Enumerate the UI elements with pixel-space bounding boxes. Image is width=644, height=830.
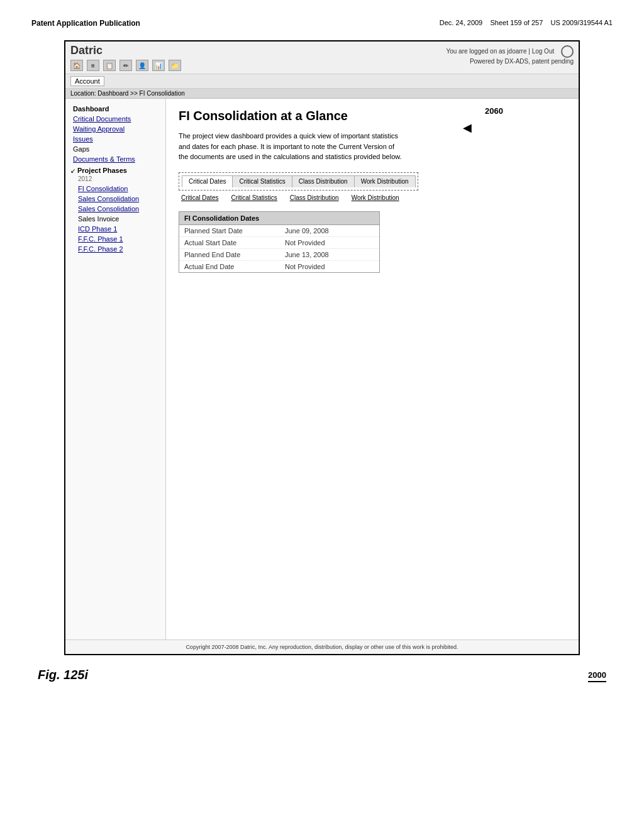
tab-critical-statistics[interactable]: Critical Statistics [232,175,292,187]
content-title: FI Consolidation at a Glance [179,109,566,123]
sidebar-gaps: Gaps [65,144,165,154]
circle-icon [561,45,574,58]
powered-by-text: Powered by DX-ADS, patent pending [446,58,574,65]
label-2060: 2060 [485,106,503,116]
ui-box: Datric 🏠 ≡ 📋 ✏ 👤 📊 📁 You are logged on a… [64,40,580,655]
patent-sheet: Sheet 159 of 257 [490,19,543,26]
patent-date: Dec. 24, 2009 [440,19,483,26]
sidebar-ffc-phase2[interactable]: F.F.C. Phase 2 [65,244,165,254]
ui-topbar: Datric 🏠 ≡ 📋 ✏ 👤 📊 📁 You are logged on a… [65,42,579,74]
dates-label-2: Planned End Date [184,251,285,258]
main-content: Datric 🏠 ≡ 📋 ✏ 👤 📊 📁 You are logged on a… [13,40,631,655]
annotation-critical-stats: Critical Statistics [231,194,277,201]
ui-footer: Copyright 2007-2008 Datric, Inc. Any rep… [65,639,579,654]
sidebar-fi-consolidation[interactable]: FI Consolidation [65,184,165,194]
nav-icon-edit[interactable]: ✏ [119,60,132,71]
tabs-dashed-box: Critical Dates Critical Statistics Class… [179,172,418,191]
sidebar-waiting-approval[interactable]: Waiting Approval [65,124,165,134]
sidebar-sales-invoice: Sales Invoice [65,214,165,224]
sidebar-sales-consolidation-2[interactable]: Sales Consolidation [65,204,165,214]
brand-label: Datric [70,44,181,57]
topbar-right: You are logged on as jdoarre | Log Out P… [446,44,574,65]
sidebar-year: 2012 [65,174,165,184]
arrow-2060: ◀ [463,121,472,135]
location-text: Location: Dashboard >> FI Consolidation [70,90,185,97]
location-bar: Location: Dashboard >> FI Consolidation [65,89,579,99]
sidebar-critical-docs[interactable]: Critical Documents [65,114,165,124]
nav-icons-row: 🏠 ≡ 📋 ✏ 👤 📊 📁 [70,60,181,71]
nav-icon-home[interactable]: 🏠 [70,60,83,71]
content-desc: The project view dashboard provides a qu… [179,131,405,162]
annotation-class-dist: Class Distribution [290,194,339,201]
right-content: 2060 ◀ FI Consolidation at a Glance The … [166,99,579,639]
tab-annotations: Critical Dates Critical Statistics Class… [179,194,566,201]
topbar-left: Datric 🏠 ≡ 📋 ✏ 👤 📊 📁 [70,44,181,71]
dates-value-1: Not Provided [285,239,325,246]
sidebar-icd-phase1[interactable]: ICD Phase 1 [65,224,165,234]
copyright-text: Copyright 2007-2008 Datric, Inc. Any rep… [186,644,458,650]
dates-row-1: Actual Start Date Not Provided [179,237,379,249]
dates-row-2: Planned End Date June 13, 2008 [179,249,379,261]
fig-label: Fig. 125i [38,668,88,682]
sidebar-sales-consolidation-1[interactable]: Sales Consolidation [65,194,165,204]
tabs-container: Critical Dates Critical Statistics Class… [179,172,566,201]
dates-value-3: Not Provided [285,263,325,270]
dates-section: FI Consolidation Dates Planned Start Dat… [179,211,380,273]
dates-label-3: Actual End Date [184,263,285,270]
patent-header: Patent Application Publication Dec. 24, … [13,13,631,40]
dates-row-0: Planned Start Date June 09, 2008 [179,225,379,237]
sidebar-dashboard[interactable]: Dashboard [65,104,165,114]
logged-on-text: You are logged on as jdoarre | Log Out [446,45,574,58]
tab-class-distribution[interactable]: Class Distribution [292,175,355,187]
dates-value-0: June 09, 2008 [285,227,329,235]
annotation-critical-dates: Critical Dates [181,194,218,201]
left-sidebar: Dashboard Critical Documents Waiting App… [65,99,166,639]
account-bar: Account [65,74,579,89]
project-phases-arrow: ↙ [70,167,75,174]
patent-num: US 2009/319544 A1 [551,19,613,26]
tab-work-distribution[interactable]: Work Distribution [354,175,416,187]
sidebar-docs-terms[interactable]: Documents & Terms [65,154,165,164]
sidebar-issues[interactable]: Issues [65,134,165,144]
annotation-work-dist: Work Distribution [352,194,399,201]
patent-publication-label: Patent Application Publication [31,19,140,28]
nav-icon-list[interactable]: ≡ [87,60,99,71]
nav-icon-doc[interactable]: 📋 [103,60,116,71]
nav-icon-chart[interactable]: 📊 [152,60,165,71]
sidebar-ffc-phase1[interactable]: F.F.C. Phase 1 [65,234,165,244]
tab-critical-dates[interactable]: Critical Dates [182,175,233,187]
ui-panels: Dashboard Critical Documents Waiting App… [65,99,579,639]
dates-row-3: Actual End Date Not Provided [179,261,379,272]
dates-label-0: Planned Start Date [184,227,285,235]
sidebar-project-phases: Project Phases [77,167,127,174]
dates-value-2: June 13, 2008 [285,251,329,258]
patent-header-right: Dec. 24, 2009 Sheet 159 of 257 US 2009/3… [440,19,613,26]
nav-icon-user[interactable]: 👤 [136,60,148,71]
page-wrapper: Patent Application Publication Dec. 24, … [0,0,644,830]
dates-header: FI Consolidation Dates [179,212,379,225]
nav-icon-folder[interactable]: 📁 [169,60,181,71]
bottom-area: Fig. 125i 2000 [13,661,631,695]
dates-label-1: Actual Start Date [184,239,285,246]
ref-2000: 2000 [588,670,606,682]
account-button[interactable]: Account [70,76,104,86]
